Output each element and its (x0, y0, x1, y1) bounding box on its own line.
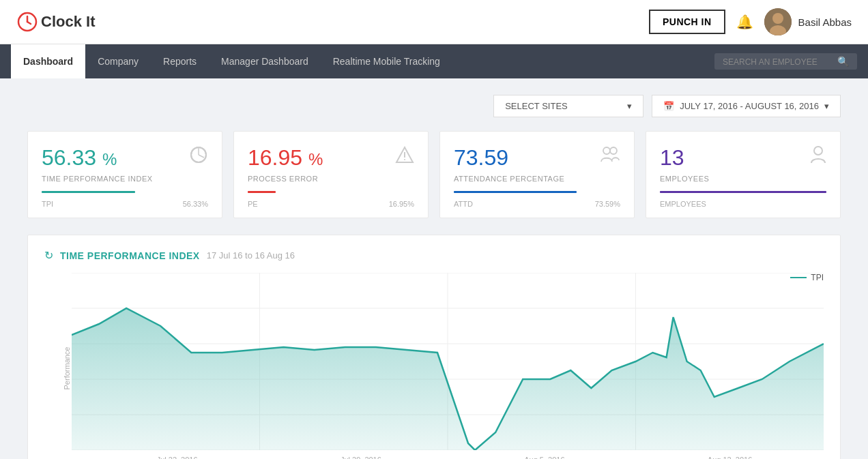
avatar-image (764, 8, 792, 35)
stat-card-pe: 16.95 % PROCESS ERROR PE 16.95% (233, 131, 429, 218)
x-label-3: Aug 5, 2016 (524, 456, 564, 459)
stat-bar-pe (248, 191, 276, 193)
x-label-2: Jul 29, 2016 (341, 456, 381, 459)
nav-search-container: 🔍 (714, 53, 857, 70)
date-range-text: JULY 17, 2016 - AUGUST 16, 2016 (680, 101, 819, 111)
x-label-1: Jul 22, 2016 (157, 456, 198, 459)
punch-in-button[interactable]: PUNCH IN (649, 10, 725, 34)
app-title: Clock It (41, 13, 95, 31)
filter-bar: SELECT SITES ▾ 📅 JULY 17, 2016 - AUGUST … (27, 95, 841, 117)
stat-bar-emp (660, 191, 826, 193)
date-range-picker[interactable]: 📅 JULY 17, 2016 - AUGUST 16, 2016 ▾ (652, 95, 841, 117)
stat-card-header-tpi: 56.33 % (42, 145, 208, 171)
stat-label-tpi: TIME PERFORMANCE INDEX (42, 175, 208, 183)
stat-value-tpi: 56.33 % (42, 145, 117, 171)
stat-card-header-attd: 73.59 (454, 145, 620, 171)
main-nav: Dashboard Company Reports Manager Dashbo… (0, 44, 868, 78)
stat-unit-tpi: % (102, 150, 117, 168)
search-input[interactable] (723, 57, 832, 67)
svg-point-13 (610, 147, 617, 154)
stat-value-pe: 16.95 % (248, 145, 323, 171)
clock-icon (16, 11, 38, 33)
tpi-chart: 100 75 50 25 0 (72, 273, 824, 450)
svg-line-8 (199, 155, 204, 158)
chart-container: TPI Performance 100 75 50 (72, 273, 824, 459)
stat-footer-val-attd: 73.59% (595, 200, 620, 208)
x-axis-labels: Jul 22, 2016 Jul 29, 2016 Aug 5, 2016 Au… (72, 456, 824, 459)
stat-footer-emp: EMPLOYEES (660, 200, 826, 208)
pie-chart-icon (189, 145, 208, 169)
chevron-down-icon-date: ▾ (824, 101, 829, 111)
stat-label-pe: PROCESS ERROR (248, 175, 414, 183)
chart-subtitle: 17 Jul 16 to 16 Aug 16 (207, 250, 295, 261)
stat-card-tpi: 56.33 % TIME PERFORMANCE INDEX TPI 56.33… (27, 131, 222, 218)
stat-footer-key-attd: ATTD (454, 200, 473, 208)
sites-dropdown[interactable]: SELECT SITES ▾ (493, 95, 643, 117)
svg-line-2 (27, 22, 31, 24)
logo: Clock It (16, 11, 95, 33)
legend-label-tpi: TPI (811, 273, 824, 282)
nav-item-dashboard[interactable]: Dashboard (11, 44, 85, 78)
bell-icon[interactable]: 🔔 (736, 14, 753, 30)
svg-point-12 (603, 147, 610, 154)
avatar (764, 8, 792, 35)
stat-value-emp: 13 (660, 145, 684, 171)
stat-footer-attd: ATTD 73.59% (454, 200, 620, 208)
stat-bar-attd (454, 191, 577, 193)
stat-footer-val-pe: 16.95% (389, 200, 414, 208)
people-icon (600, 145, 620, 169)
legend-line-tpi (790, 277, 807, 278)
stat-unit-pe: % (308, 150, 323, 168)
svg-point-11 (404, 159, 405, 160)
chart-legend: TPI (790, 273, 824, 282)
svg-point-14 (814, 147, 822, 155)
svg-point-4 (772, 13, 783, 24)
header: Clock It PUNCH IN 🔔 Basil Abbas (0, 0, 868, 44)
stat-footer-key-pe: PE (248, 200, 258, 208)
nav-item-manager-dashboard[interactable]: Manager Dashboard (209, 44, 321, 78)
stat-footer-val-tpi: 56.33% (183, 200, 208, 208)
stat-card-emp: 13 EMPLOYEES EMPLOYEES (646, 131, 841, 218)
chart-title: TIME PERFORMANCE INDEX (60, 250, 200, 261)
stat-footer-pe: PE 16.95% (248, 200, 414, 208)
stat-label-emp: EMPLOYEES (660, 175, 826, 183)
stat-card-attd: 73.59 ATTENDANCE PERCENTAGE ATTD 73.59% (439, 131, 635, 218)
y-axis-label: Performance (63, 347, 71, 390)
user-name: Basil Abbas (798, 16, 852, 28)
person-icon (810, 145, 826, 169)
stat-bar-tpi (42, 191, 135, 193)
chevron-down-icon: ▾ (627, 101, 632, 111)
chart-section: ↻ TIME PERFORMANCE INDEX 17 Jul 16 to 16… (27, 235, 841, 459)
nav-item-company[interactable]: Company (85, 44, 151, 78)
warning-icon (395, 145, 414, 169)
stat-footer-key-emp: EMPLOYEES (660, 200, 706, 208)
refresh-icon: ↻ (44, 249, 53, 262)
sites-placeholder: SELECT SITES (505, 101, 568, 111)
avatar-svg (764, 8, 792, 35)
stat-value-attd: 73.59 (454, 145, 508, 171)
calendar-icon: 📅 (663, 101, 674, 111)
chart-header: ↻ TIME PERFORMANCE INDEX 17 Jul 16 to 16… (44, 249, 824, 262)
stat-footer-tpi: TPI 56.33% (42, 200, 208, 208)
stat-card-header-pe: 16.95 % (248, 145, 414, 171)
stat-card-header-emp: 13 (660, 145, 826, 171)
stat-footer-key-tpi: TPI (42, 200, 53, 208)
nav-item-realtime[interactable]: Realtime Mobile Tracking (321, 44, 452, 78)
stat-label-attd: ATTENDANCE PERCENTAGE (454, 175, 620, 183)
main-content: SELECT SITES ▾ 📅 JULY 17, 2016 - AUGUST … (0, 78, 868, 459)
header-right: PUNCH IN 🔔 Basil Abbas (649, 8, 852, 35)
x-label-4: Aug 12, 2016 (708, 456, 752, 459)
search-icon: 🔍 (837, 56, 849, 67)
nav-item-reports[interactable]: Reports (151, 44, 209, 78)
user-info[interactable]: Basil Abbas (764, 8, 852, 35)
stat-cards: 56.33 % TIME PERFORMANCE INDEX TPI 56.33… (27, 131, 841, 218)
